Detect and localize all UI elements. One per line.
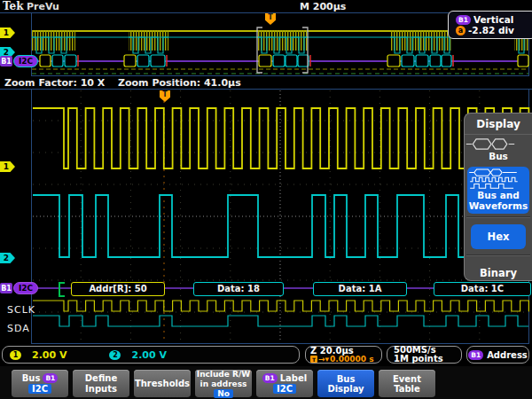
bus-i2c-label: I2C [13, 55, 38, 67]
ch2-badge-icon: 2 [109, 350, 121, 360]
side-menu-item-hex[interactable]: Hex [471, 224, 526, 249]
side-menu-bus-label: Bus [465, 151, 532, 161]
i2c-start-bracket [59, 282, 65, 297]
bus-icon [465, 137, 516, 151]
main-bus-label[interactable]: B1 I2C [0, 282, 38, 294]
decode-address-box: Addr[R]: 50 [71, 282, 165, 296]
trigger-source-readout: B1 Address [466, 346, 529, 364]
include-rw-label-2: in address [200, 379, 247, 388]
menu-button-define-inputs[interactable]: Define Inputs [73, 370, 129, 397]
bus-display-label: Bus Display [317, 374, 374, 394]
include-rw-label-1: Include R/W [197, 370, 250, 379]
side-menu-item-bus-and-waveforms[interactable]: Bus and Waveforms [467, 167, 529, 214]
bottom-menu-bar: Bus B1 I2C Define Inputs Thresholds Incl… [0, 366, 532, 399]
b1-badge: B1 [468, 350, 483, 360]
side-menu-item-binary[interactable]: Binary [465, 256, 532, 290]
b1-badge: B1 [262, 373, 278, 383]
menu-button-label[interactable]: B1 Label I2C [256, 370, 313, 397]
decode-data-box: Data: 18 [193, 282, 284, 296]
menu-button-bus[interactable]: Bus B1 I2C [12, 370, 68, 397]
event-table-label: Event Table [379, 374, 435, 394]
include-rw-value: No [214, 389, 233, 398]
vertical-badge-value: -2.82 div [468, 26, 514, 35]
b1-badge: B1 [456, 15, 471, 25]
label-button-label: Label [280, 373, 308, 383]
zoom-timebase-readout: Z 20.0µs T →▾ 0.00000 s [305, 346, 382, 364]
label-button-value: I2C [273, 384, 296, 394]
main-waveform-window [0, 89, 532, 344]
oscilloscope-screen: Tek PreVu M 200µs 1 2 B1 I2C T Zoom Fact… [0, 0, 532, 399]
ch2-scale: 2.00 V [131, 349, 166, 361]
side-menu-divider [466, 216, 530, 218]
tek-logo: Tek [3, 0, 24, 12]
trigger-position-time: 0.00000 s [330, 356, 373, 364]
trigger-arrow-icon: →▾ [318, 356, 329, 364]
vertical-scale-badge[interactable]: B1 Vertical a -2.82 div [448, 11, 532, 39]
zoom-factor-readout: Zoom Factor: 10 X [4, 77, 105, 89]
multipurpose-knob-a-icon: a [456, 26, 466, 35]
bus-button-label: Bus [22, 373, 41, 383]
acquisition-mode: PreVu [27, 1, 59, 12]
display-side-menu: Display Bus Bus and Waveforms Hex Binary [464, 113, 532, 281]
define-inputs-label-1: Define [85, 373, 117, 383]
record-length: 1M points [394, 355, 443, 364]
thresholds-label: Thresholds [135, 379, 190, 388]
zoom-scale: Z 20.0µs [310, 347, 354, 356]
sda-label: SDA [7, 323, 30, 334]
ch1-scale: 2.00 V [32, 349, 66, 361]
zoom-position-readout: Zoom Position: 41.0µs [118, 77, 241, 89]
side-menu-bus-wave-label-1: Bus and [467, 190, 529, 200]
side-menu-item-bus[interactable]: Bus [465, 134, 532, 165]
bus-i2c-label: I2C [13, 282, 38, 294]
trigger-t-icon: T [310, 356, 317, 363]
bus-button-value: I2C [28, 384, 51, 394]
sclk-label: SCLK [7, 304, 35, 316]
menu-button-thresholds[interactable]: Thresholds [134, 370, 191, 397]
acquisition-readout: 500MS/s 1M points [387, 346, 462, 364]
main-timebase-readout: M 200µs [300, 1, 346, 12]
b1-badge: B1 [43, 373, 58, 383]
channel-scale-readout: 1 2.00 V 2 2.00 V [2, 346, 300, 364]
bus-b1-badge: B1 [0, 283, 12, 293]
side-menu-title: Display [465, 113, 532, 134]
overview-bus-label[interactable]: B1 I2C [0, 55, 38, 67]
vertical-badge-title: Vertical [473, 15, 513, 25]
define-inputs-label-2: Inputs [85, 384, 117, 394]
menu-button-event-table[interactable]: Event Table [379, 370, 435, 397]
trigger-source: Address [487, 350, 528, 360]
bus-b1-badge: B1 [0, 56, 12, 66]
decode-data-box: Data: 1A [313, 282, 407, 296]
menu-button-bus-display[interactable]: Bus Display [317, 370, 374, 397]
menu-button-include-rw[interactable]: Include R/W in address No [195, 370, 252, 397]
main-waveforms [0, 89, 532, 344]
ch1-badge-icon: 1 [10, 350, 21, 360]
zoom-readout-bar: Zoom Factor: 10 X Zoom Position: 41.0µs [0, 76, 532, 90]
bus-and-waveforms-icon [467, 168, 519, 190]
side-menu-bus-wave-label-2: Waveforms [467, 200, 529, 211]
